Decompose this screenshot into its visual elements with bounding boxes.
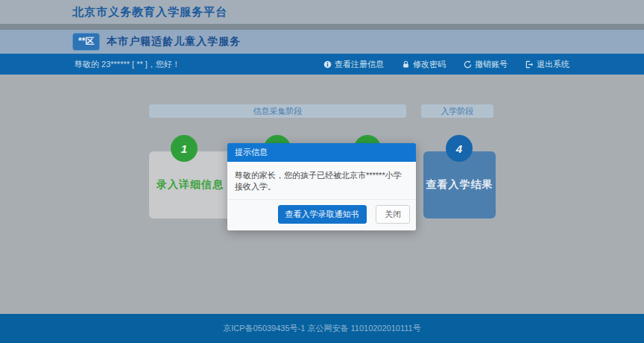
navbar: 尊敬的 23****** [ ** ]，您好！ 查看注册信息 修改密码 撤销账号 — [0, 54, 644, 75]
menu-item-cancel-account[interactable]: 撤销账号 — [464, 59, 508, 70]
logout-icon — [525, 60, 534, 69]
menu-item-label: 撤销账号 — [475, 59, 508, 70]
header-divider — [0, 24, 644, 30]
step-card-enter-details[interactable]: 录入详细信息 — [149, 151, 231, 218]
user-greeting: 尊敬的 23****** [ ** ]，您好！ — [75, 59, 180, 70]
modal-footer: 查看入学录取通知书 关闭 — [227, 199, 416, 230]
service-title: 本市户籍适龄儿童入学服务 — [107, 35, 241, 48]
menu-item-view-registration[interactable]: 查看注册信息 — [323, 59, 384, 70]
close-button[interactable]: 关闭 — [376, 205, 410, 224]
district-badge: **区 — [72, 33, 100, 51]
menu-item-logout[interactable]: 退出系统 — [525, 59, 569, 70]
lock-icon — [402, 60, 410, 69]
navbar-menu: 查看注册信息 修改密码 撤销账号 退出系统 — [323, 59, 569, 70]
modal-message: 尊敬的家长，您的孩子已经被北京市******小学接收入学。 — [235, 170, 408, 192]
notice-modal: 提示信息 尊敬的家长，您的孩子已经被北京市******小学接收入学。 查看入学录… — [227, 143, 416, 230]
icp-license-text: 京ICP备05039435号-1 京公网安备 11010202010111号 — [0, 314, 644, 343]
platform-header: 北京市义务教育入学服务平台 — [0, 0, 644, 24]
view-admission-notice-button[interactable]: 查看入学录取通知书 — [278, 205, 367, 224]
step-number-badge: 1 — [171, 135, 198, 162]
undo-icon — [464, 60, 472, 69]
step-label: 录入详细信息 — [157, 178, 224, 192]
stage-bar-collection: 信息采集阶段 — [149, 104, 406, 118]
step-label: 查看入学结果 — [426, 178, 493, 192]
modal-title: 提示信息 — [227, 143, 416, 162]
platform-title: 北京市义务教育入学服务平台 — [72, 5, 227, 19]
modal-body: 尊敬的家长，您的孩子已经被北京市******小学接收入学。 — [227, 162, 416, 199]
menu-item-label: 退出系统 — [537, 59, 569, 70]
footer: 京ICP备05039435号-1 京公网安备 11010202010111号 — [0, 314, 644, 343]
menu-item-label: 修改密码 — [413, 59, 446, 70]
menu-item-change-password[interactable]: 修改密码 — [402, 59, 446, 70]
page: 北京市义务教育入学服务平台 **区 本市户籍适龄儿童入学服务 尊敬的 23***… — [0, 0, 644, 343]
info-circle-icon — [323, 60, 332, 69]
menu-item-label: 查看注册信息 — [335, 59, 384, 70]
service-header: **区 本市户籍适龄儿童入学服务 — [0, 30, 644, 54]
stage-bar-enrollment: 入学阶段 — [421, 104, 493, 118]
step-number-badge: 4 — [446, 135, 473, 162]
